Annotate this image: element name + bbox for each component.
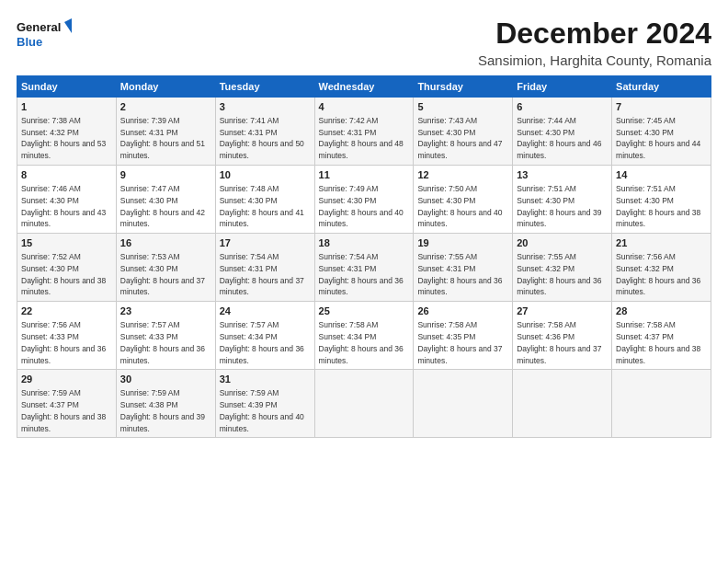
day-detail: Sunrise: 7:54 AMSunset: 4:31 PMDaylight:…	[319, 252, 404, 296]
day-detail: Sunrise: 7:51 AMSunset: 4:30 PMDaylight:…	[616, 184, 700, 228]
calendar-cell: 26Sunrise: 7:58 AMSunset: 4:35 PMDayligh…	[414, 302, 513, 370]
subtitle: Sansimion, Harghita County, Romania	[478, 52, 711, 68]
day-detail: Sunrise: 7:50 AMSunset: 4:30 PMDaylight:…	[417, 184, 502, 228]
calendar-cell: 30Sunrise: 7:59 AMSunset: 4:38 PMDayligh…	[116, 370, 215, 438]
calendar-cell: 17Sunrise: 7:54 AMSunset: 4:31 PMDayligh…	[215, 234, 314, 302]
calendar-cell: 1Sunrise: 7:38 AMSunset: 4:32 PMDaylight…	[17, 98, 117, 166]
day-detail: Sunrise: 7:39 AMSunset: 4:31 PMDaylight:…	[120, 116, 205, 160]
day-number: 3	[220, 100, 311, 114]
logo-svg: General Blue	[17, 17, 72, 53]
calendar-week-row: 8Sunrise: 7:46 AMSunset: 4:30 PMDaylight…	[17, 166, 711, 234]
calendar-header: Sunday Monday Tuesday Wednesday Thursday…	[17, 76, 711, 98]
svg-text:General: General	[17, 20, 61, 34]
day-detail: Sunrise: 7:52 AMSunset: 4:30 PMDaylight:…	[21, 252, 106, 296]
day-number: 12	[417, 168, 508, 182]
day-detail: Sunrise: 7:47 AMSunset: 4:30 PMDaylight:…	[120, 184, 205, 228]
col-tuesday: Tuesday	[215, 76, 314, 98]
col-thursday: Thursday	[414, 76, 513, 98]
calendar-cell: 14Sunrise: 7:51 AMSunset: 4:30 PMDayligh…	[612, 166, 711, 234]
calendar-cell: 24Sunrise: 7:57 AMSunset: 4:34 PMDayligh…	[215, 302, 314, 370]
day-detail: Sunrise: 7:58 AMSunset: 4:34 PMDaylight:…	[319, 320, 404, 364]
day-detail: Sunrise: 7:57 AMSunset: 4:33 PMDaylight:…	[120, 320, 205, 364]
day-detail: Sunrise: 7:59 AMSunset: 4:37 PMDaylight:…	[21, 388, 106, 432]
day-number: 24	[220, 304, 311, 318]
day-number: 22	[21, 304, 112, 318]
calendar-cell: 3Sunrise: 7:41 AMSunset: 4:31 PMDaylight…	[215, 98, 314, 166]
calendar-cell: 11Sunrise: 7:49 AMSunset: 4:30 PMDayligh…	[314, 166, 414, 234]
calendar-cell: 4Sunrise: 7:42 AMSunset: 4:31 PMDaylight…	[314, 98, 414, 166]
day-number: 29	[21, 373, 112, 386]
day-detail: Sunrise: 7:51 AMSunset: 4:30 PMDaylight:…	[517, 184, 601, 228]
calendar-cell: 2Sunrise: 7:39 AMSunset: 4:31 PMDaylight…	[116, 98, 215, 166]
calendar-cell: 19Sunrise: 7:55 AMSunset: 4:31 PMDayligh…	[414, 234, 513, 302]
day-number: 21	[616, 236, 707, 250]
calendar-week-row: 1Sunrise: 7:38 AMSunset: 4:32 PMDaylight…	[17, 98, 711, 166]
day-number: 11	[319, 168, 410, 182]
col-friday: Friday	[513, 76, 612, 98]
calendar-cell: 9Sunrise: 7:47 AMSunset: 4:30 PMDaylight…	[116, 166, 215, 234]
day-number: 7	[616, 100, 707, 114]
day-number: 31	[220, 373, 311, 386]
day-detail: Sunrise: 7:59 AMSunset: 4:39 PMDaylight:…	[220, 388, 304, 432]
svg-marker-2	[64, 18, 72, 33]
day-detail: Sunrise: 7:43 AMSunset: 4:30 PMDaylight:…	[417, 116, 502, 160]
calendar-cell	[612, 370, 711, 438]
calendar-cell: 22Sunrise: 7:56 AMSunset: 4:33 PMDayligh…	[17, 302, 117, 370]
day-detail: Sunrise: 7:54 AMSunset: 4:31 PMDaylight:…	[220, 252, 304, 296]
calendar-cell: 5Sunrise: 7:43 AMSunset: 4:30 PMDaylight…	[414, 98, 513, 166]
day-number: 18	[319, 236, 410, 250]
day-detail: Sunrise: 7:58 AMSunset: 4:35 PMDaylight:…	[417, 320, 502, 364]
day-number: 9	[120, 168, 211, 182]
calendar-cell: 15Sunrise: 7:52 AMSunset: 4:30 PMDayligh…	[17, 234, 117, 302]
day-number: 10	[220, 168, 311, 182]
day-detail: Sunrise: 7:59 AMSunset: 4:38 PMDaylight:…	[120, 388, 205, 432]
day-number: 19	[417, 236, 508, 250]
calendar-cell: 20Sunrise: 7:55 AMSunset: 4:32 PMDayligh…	[513, 234, 612, 302]
col-wednesday: Wednesday	[314, 76, 414, 98]
calendar-cell: 27Sunrise: 7:58 AMSunset: 4:36 PMDayligh…	[513, 302, 612, 370]
day-detail: Sunrise: 7:56 AMSunset: 4:33 PMDaylight:…	[21, 320, 106, 364]
day-detail: Sunrise: 7:53 AMSunset: 4:30 PMDaylight:…	[120, 252, 205, 296]
day-detail: Sunrise: 7:48 AMSunset: 4:30 PMDaylight:…	[220, 184, 304, 228]
calendar-cell: 10Sunrise: 7:48 AMSunset: 4:30 PMDayligh…	[215, 166, 314, 234]
calendar-cell: 31Sunrise: 7:59 AMSunset: 4:39 PMDayligh…	[215, 370, 314, 438]
calendar-cell: 21Sunrise: 7:56 AMSunset: 4:32 PMDayligh…	[612, 234, 711, 302]
calendar-cell	[513, 370, 612, 438]
day-number: 17	[220, 236, 311, 250]
day-number: 8	[21, 168, 112, 182]
calendar-week-row: 22Sunrise: 7:56 AMSunset: 4:33 PMDayligh…	[17, 302, 711, 370]
day-detail: Sunrise: 7:44 AMSunset: 4:30 PMDaylight:…	[517, 116, 601, 160]
day-detail: Sunrise: 7:55 AMSunset: 4:31 PMDaylight:…	[417, 252, 502, 296]
day-number: 1	[21, 100, 112, 114]
calendar-week-row: 29Sunrise: 7:59 AMSunset: 4:37 PMDayligh…	[17, 370, 711, 438]
calendar-week-row: 15Sunrise: 7:52 AMSunset: 4:30 PMDayligh…	[17, 234, 711, 302]
day-number: 2	[120, 100, 211, 114]
header-row: Sunday Monday Tuesday Wednesday Thursday…	[17, 76, 711, 98]
col-saturday: Saturday	[612, 76, 711, 98]
day-number: 26	[417, 304, 508, 318]
day-detail: Sunrise: 7:49 AMSunset: 4:30 PMDaylight:…	[319, 184, 404, 228]
day-number: 20	[517, 236, 608, 250]
day-number: 27	[517, 304, 608, 318]
day-detail: Sunrise: 7:42 AMSunset: 4:31 PMDaylight:…	[319, 116, 404, 160]
day-number: 15	[21, 236, 112, 250]
day-number: 25	[319, 304, 410, 318]
header: General Blue December 2024 Sansimion, Ha…	[17, 17, 711, 68]
calendar-cell	[314, 370, 414, 438]
day-detail: Sunrise: 7:56 AMSunset: 4:32 PMDaylight:…	[616, 252, 700, 296]
day-number: 4	[319, 100, 410, 114]
day-number: 13	[517, 168, 608, 182]
day-detail: Sunrise: 7:38 AMSunset: 4:32 PMDaylight:…	[21, 116, 106, 160]
day-number: 28	[616, 304, 707, 318]
day-detail: Sunrise: 7:58 AMSunset: 4:36 PMDaylight:…	[517, 320, 601, 364]
col-monday: Monday	[116, 76, 215, 98]
day-detail: Sunrise: 7:46 AMSunset: 4:30 PMDaylight:…	[21, 184, 106, 228]
svg-text:Blue: Blue	[17, 35, 42, 49]
day-detail: Sunrise: 7:45 AMSunset: 4:30 PMDaylight:…	[616, 116, 700, 160]
day-number: 14	[616, 168, 707, 182]
day-detail: Sunrise: 7:58 AMSunset: 4:37 PMDaylight:…	[616, 320, 700, 364]
day-detail: Sunrise: 7:57 AMSunset: 4:34 PMDaylight:…	[220, 320, 304, 364]
calendar-cell: 6Sunrise: 7:44 AMSunset: 4:30 PMDaylight…	[513, 98, 612, 166]
calendar-cell: 28Sunrise: 7:58 AMSunset: 4:37 PMDayligh…	[612, 302, 711, 370]
calendar-cell: 16Sunrise: 7:53 AMSunset: 4:30 PMDayligh…	[116, 234, 215, 302]
